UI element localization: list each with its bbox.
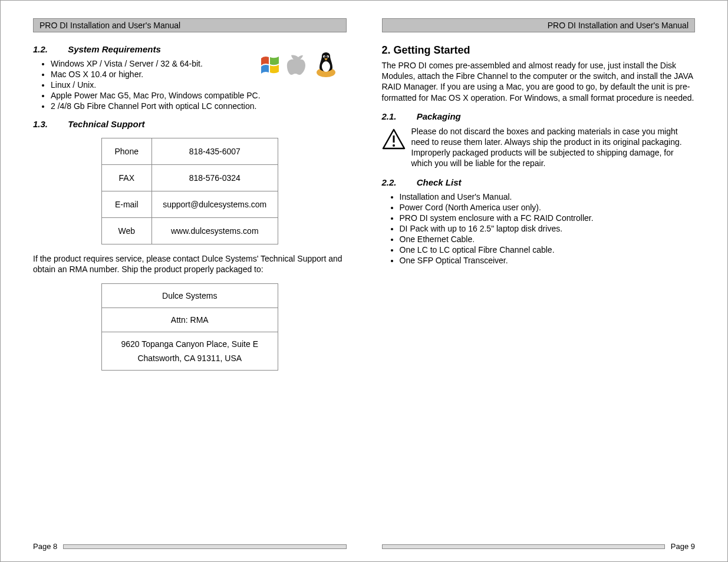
table-row: 9620 Topanga Canyon Place, Suite E [101,332,278,352]
table-row: Chatsworth, CA 91311, USA [101,351,278,371]
header-title: PRO DI Installation and User's Manual [548,21,689,30]
section-number: 2.2. [382,177,414,187]
section-title: Check List [417,177,462,187]
footer-bar-icon [63,544,346,549]
list-item: Linux / Unix. [51,80,347,90]
list-item: One Ethernet Cable. [400,234,696,244]
table-row: Phone 818-435-6007 [101,138,278,165]
support-web-value: www.dulcesystems.com [151,218,278,244]
support-phone-value: 818-435-6007 [151,138,278,165]
list-item: One LC to LC optical Fibre Channel cable… [400,245,696,254]
footer-bar-icon [382,544,665,549]
support-phone-label: Phone [101,138,151,165]
header-bar-right: PRO DI Installation and User's Manual [382,18,696,32]
warning-icon [382,128,406,151]
packaging-warning: Please do not discard the boxes and pack… [382,126,696,169]
left-page: PRO DI Installation and User's Manual 1.… [1,1,364,561]
support-email-label: E-mail [101,191,151,218]
address-street: 9620 Topanga Canyon Place, Suite E [101,332,278,352]
page-number: Page 8 [33,542,57,551]
page-number: Page 9 [671,542,695,551]
list-item: Power Cord (North America user only). [400,203,696,212]
section-title: Technical Support [68,119,144,129]
shipping-address-table: Dulce Systems Attn: RMA 9620 Topanga Can… [101,283,278,371]
table-row: Attn: RMA [101,308,278,332]
document-spread: PRO DI Installation and User's Manual 1.… [0,0,728,562]
list-item: 2 /4/8 Gb Fibre Channel Port with optica… [51,101,347,111]
checklist: Installation and User's Manual. Power Co… [400,192,696,265]
section-title: System Requirements [68,44,161,54]
table-row: FAX 818-576-0324 [101,165,278,191]
svg-point-4 [324,57,325,58]
getting-started-intro: The PRO DI comes pre-assembled and almos… [382,60,696,103]
support-table: Phone 818-435-6007 FAX 818-576-0324 E-ma… [101,138,278,244]
rma-instructions: If the product requires service, please … [33,253,347,275]
section-2-heading: 2. Getting Started [382,44,696,57]
right-page: PRO DI Installation and User's Manual 2.… [364,1,728,561]
section-2-1-heading: 2.1. Packaging [382,111,696,121]
address-attn: Attn: RMA [101,308,278,332]
support-web-label: Web [101,218,151,244]
section-2-2-heading: 2.2. Check List [382,177,696,187]
support-fax-label: FAX [101,165,151,191]
section-number: 1.2. [33,44,65,54]
svg-point-5 [327,57,328,58]
page-footer-right: Page 9 [382,542,696,551]
list-item: Installation and User's Manual. [400,192,696,201]
list-item: One SFP Optical Transceiver. [400,256,696,265]
svg-point-1 [322,61,330,72]
section-number: 2.1. [382,111,414,121]
packaging-text: Please do not discard the boxes and pack… [411,126,696,169]
table-row: E-mail support@dulcesystems.com [101,191,278,218]
list-item: DI Pack with up to 16 2.5" laptop disk d… [400,224,696,233]
header-bar-left: PRO DI Installation and User's Manual [33,18,347,32]
list-item: PRO DI system enclosure with a FC RAID C… [400,213,696,223]
list-item: Apple Power Mac G5, Mac Pro, Windows com… [51,91,347,100]
address-company: Dulce Systems [101,284,278,308]
page-footer-left: Page 8 [33,542,347,551]
section-number: 1.3. [33,119,65,129]
svg-point-7 [393,144,395,147]
os-logos-icon [258,48,341,80]
section-title: Packaging [417,111,461,121]
section-1-3-heading: 1.3. Technical Support [33,119,347,129]
table-row: Dulce Systems [101,284,278,308]
support-fax-value: 818-576-0324 [151,165,278,191]
address-city: Chatsworth, CA 91311, USA [101,351,278,371]
header-title: PRO DI Installation and User's Manual [39,21,180,30]
table-row: Web www.dulcesystems.com [101,218,278,244]
support-email-value: support@dulcesystems.com [151,191,278,218]
